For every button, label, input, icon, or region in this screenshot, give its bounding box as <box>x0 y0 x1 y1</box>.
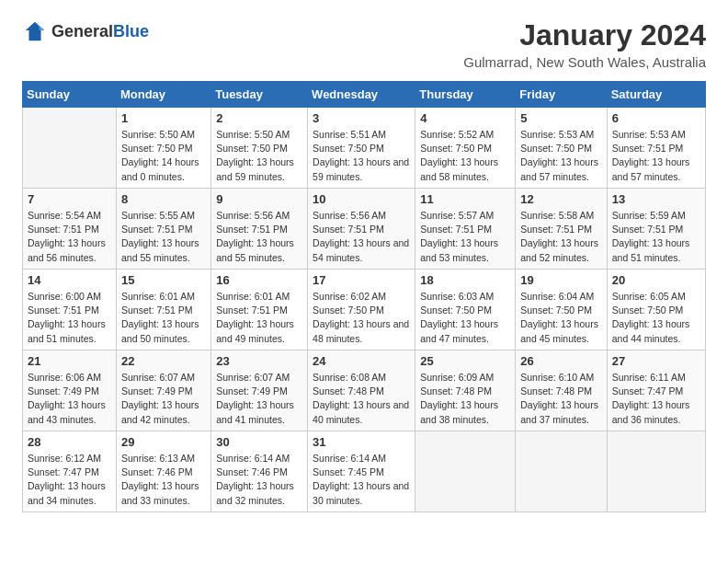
day-number: 1 <box>121 111 206 125</box>
title-block: January 2024 Gulmarrad, New South Wales,… <box>463 18 706 70</box>
calendar-cell: 8Sunrise: 5:55 AMSunset: 7:51 PMDaylight… <box>116 189 210 270</box>
calendar-cell: 23Sunrise: 6:07 AMSunset: 7:49 PMDayligh… <box>211 350 308 431</box>
day-number: 11 <box>420 192 510 206</box>
logo-text: GeneralBlue <box>51 22 149 41</box>
day-number: 4 <box>420 111 510 125</box>
calendar-cell: 17Sunrise: 6:02 AMSunset: 7:50 PMDayligh… <box>308 270 415 350</box>
calendar-cell: 20Sunrise: 6:05 AMSunset: 7:50 PMDayligh… <box>607 270 705 350</box>
day-info: Sunrise: 6:01 AMSunset: 7:51 PMDaylight:… <box>121 290 206 346</box>
day-number: 24 <box>313 354 410 368</box>
calendar-cell <box>607 431 705 512</box>
day-info: Sunrise: 6:07 AMSunset: 7:49 PMDaylight:… <box>216 371 302 427</box>
calendar-cell: 15Sunrise: 6:01 AMSunset: 7:51 PMDayligh… <box>116 270 210 350</box>
day-number: 9 <box>216 192 302 206</box>
calendar-cell <box>23 108 117 189</box>
day-info: Sunrise: 6:09 AMSunset: 7:48 PMDaylight:… <box>420 371 510 427</box>
day-info: Sunrise: 6:14 AMSunset: 7:46 PMDaylight:… <box>216 452 302 508</box>
calendar-cell: 25Sunrise: 6:09 AMSunset: 7:48 PMDayligh… <box>415 350 516 431</box>
day-number: 12 <box>520 192 601 206</box>
day-number: 26 <box>520 354 601 368</box>
day-number: 27 <box>612 354 700 368</box>
calendar-cell: 28Sunrise: 6:12 AMSunset: 7:47 PMDayligh… <box>23 431 117 512</box>
day-info: Sunrise: 6:10 AMSunset: 7:48 PMDaylight:… <box>520 371 601 427</box>
day-number: 16 <box>216 273 302 287</box>
weekday-header: Sunday <box>23 82 117 108</box>
day-number: 19 <box>520 273 601 287</box>
calendar-cell: 2Sunrise: 5:50 AMSunset: 7:50 PMDaylight… <box>211 108 308 189</box>
day-info: Sunrise: 5:56 AMSunset: 7:51 PMDaylight:… <box>216 209 302 265</box>
day-info: Sunrise: 6:01 AMSunset: 7:51 PMDaylight:… <box>216 290 302 346</box>
day-number: 30 <box>216 435 302 449</box>
weekday-header: Monday <box>116 82 210 108</box>
calendar-week-row: 1Sunrise: 5:50 AMSunset: 7:50 PMDaylight… <box>23 108 706 189</box>
page-header: GeneralBlue January 2024 Gulmarrad, New … <box>22 18 706 70</box>
month-year: January 2024 <box>463 18 706 52</box>
calendar-week-row: 7Sunrise: 5:54 AMSunset: 7:51 PMDaylight… <box>23 189 706 270</box>
calendar-week-row: 28Sunrise: 6:12 AMSunset: 7:47 PMDayligh… <box>23 431 706 512</box>
day-info: Sunrise: 6:03 AMSunset: 7:50 PMDaylight:… <box>420 290 510 346</box>
day-number: 15 <box>121 273 206 287</box>
day-info: Sunrise: 6:00 AMSunset: 7:51 PMDaylight:… <box>28 290 111 346</box>
day-number: 28 <box>28 435 111 449</box>
calendar-cell: 7Sunrise: 5:54 AMSunset: 7:51 PMDaylight… <box>23 189 117 270</box>
calendar-cell: 11Sunrise: 5:57 AMSunset: 7:51 PMDayligh… <box>415 189 516 270</box>
day-number: 17 <box>313 273 410 287</box>
calendar-cell: 5Sunrise: 5:53 AMSunset: 7:50 PMDaylight… <box>516 108 607 189</box>
day-number: 3 <box>313 111 410 125</box>
day-info: Sunrise: 5:56 AMSunset: 7:51 PMDaylight:… <box>313 209 410 265</box>
day-info: Sunrise: 5:53 AMSunset: 7:51 PMDaylight:… <box>612 128 700 184</box>
calendar-cell: 29Sunrise: 6:13 AMSunset: 7:46 PMDayligh… <box>116 431 210 512</box>
day-header-row: SundayMondayTuesdayWednesdayThursdayFrid… <box>23 82 706 108</box>
calendar-cell: 18Sunrise: 6:03 AMSunset: 7:50 PMDayligh… <box>415 270 516 350</box>
calendar-cell: 27Sunrise: 6:11 AMSunset: 7:47 PMDayligh… <box>607 350 705 431</box>
day-info: Sunrise: 5:57 AMSunset: 7:51 PMDaylight:… <box>420 209 510 265</box>
day-info: Sunrise: 5:54 AMSunset: 7:51 PMDaylight:… <box>28 209 111 265</box>
day-number: 29 <box>121 435 206 449</box>
calendar-cell <box>516 431 607 512</box>
day-info: Sunrise: 5:50 AMSunset: 7:50 PMDaylight:… <box>121 128 206 184</box>
calendar-cell: 10Sunrise: 5:56 AMSunset: 7:51 PMDayligh… <box>308 189 415 270</box>
calendar-cell: 16Sunrise: 6:01 AMSunset: 7:51 PMDayligh… <box>211 270 308 350</box>
day-number: 7 <box>28 192 111 206</box>
svg-marker-0 <box>26 22 45 41</box>
day-number: 21 <box>28 354 111 368</box>
day-info: Sunrise: 6:07 AMSunset: 7:49 PMDaylight:… <box>121 371 206 427</box>
day-number: 6 <box>612 111 700 125</box>
calendar-table: SundayMondayTuesdayWednesdayThursdayFrid… <box>22 81 706 512</box>
logo-general: General <box>51 22 113 40</box>
weekday-header: Saturday <box>607 82 705 108</box>
weekday-header: Wednesday <box>308 82 415 108</box>
day-number: 2 <box>216 111 302 125</box>
calendar-cell: 3Sunrise: 5:51 AMSunset: 7:50 PMDaylight… <box>308 108 415 189</box>
calendar-cell: 26Sunrise: 6:10 AMSunset: 7:48 PMDayligh… <box>516 350 607 431</box>
logo-icon <box>22 18 48 44</box>
day-info: Sunrise: 6:11 AMSunset: 7:47 PMDaylight:… <box>612 371 700 427</box>
calendar-cell: 14Sunrise: 6:00 AMSunset: 7:51 PMDayligh… <box>23 270 117 350</box>
day-info: Sunrise: 6:04 AMSunset: 7:50 PMDaylight:… <box>520 290 601 346</box>
calendar-cell: 30Sunrise: 6:14 AMSunset: 7:46 PMDayligh… <box>211 431 308 512</box>
calendar-cell: 4Sunrise: 5:52 AMSunset: 7:50 PMDaylight… <box>415 108 516 189</box>
day-number: 14 <box>28 273 111 287</box>
logo: GeneralBlue <box>22 18 149 44</box>
day-number: 22 <box>121 354 206 368</box>
calendar-cell: 6Sunrise: 5:53 AMSunset: 7:51 PMDaylight… <box>607 108 705 189</box>
calendar-cell: 24Sunrise: 6:08 AMSunset: 7:48 PMDayligh… <box>308 350 415 431</box>
calendar-week-row: 14Sunrise: 6:00 AMSunset: 7:51 PMDayligh… <box>23 270 706 350</box>
logo-blue: Blue <box>113 22 149 40</box>
day-number: 23 <box>216 354 302 368</box>
weekday-header: Thursday <box>415 82 516 108</box>
day-info: Sunrise: 5:52 AMSunset: 7:50 PMDaylight:… <box>420 128 510 184</box>
day-info: Sunrise: 5:53 AMSunset: 7:50 PMDaylight:… <box>520 128 601 184</box>
calendar-cell: 19Sunrise: 6:04 AMSunset: 7:50 PMDayligh… <box>516 270 607 350</box>
weekday-header: Tuesday <box>211 82 308 108</box>
calendar-cell: 31Sunrise: 6:14 AMSunset: 7:45 PMDayligh… <box>308 431 415 512</box>
day-info: Sunrise: 5:59 AMSunset: 7:51 PMDaylight:… <box>612 209 700 265</box>
day-info: Sunrise: 5:55 AMSunset: 7:51 PMDaylight:… <box>121 209 206 265</box>
day-number: 18 <box>420 273 510 287</box>
day-number: 13 <box>612 192 700 206</box>
day-info: Sunrise: 6:14 AMSunset: 7:45 PMDaylight:… <box>313 452 410 508</box>
day-info: Sunrise: 6:06 AMSunset: 7:49 PMDaylight:… <box>28 371 111 427</box>
calendar-week-row: 21Sunrise: 6:06 AMSunset: 7:49 PMDayligh… <box>23 350 706 431</box>
day-info: Sunrise: 6:05 AMSunset: 7:50 PMDaylight:… <box>612 290 700 346</box>
calendar-cell: 1Sunrise: 5:50 AMSunset: 7:50 PMDaylight… <box>116 108 210 189</box>
